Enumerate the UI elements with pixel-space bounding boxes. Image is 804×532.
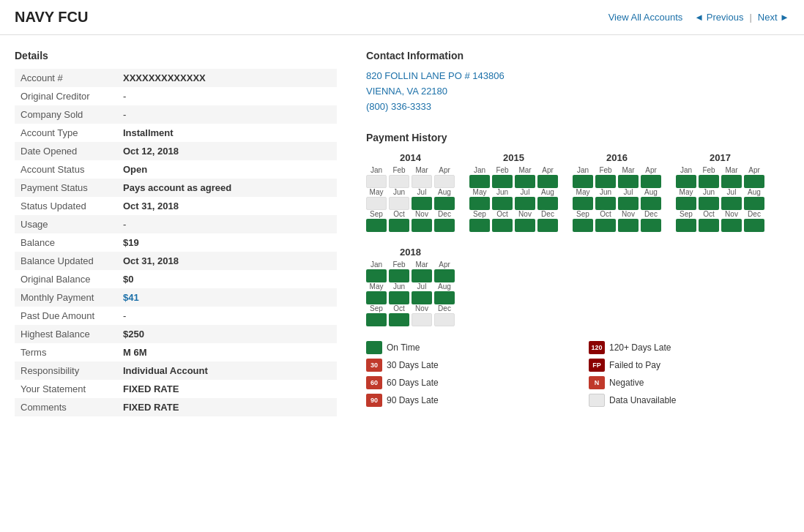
legend-box: 60 — [366, 376, 382, 389]
header-navigation: View All Accounts ◄ Previous | Next ► — [608, 12, 789, 23]
month-label: May — [469, 188, 490, 196]
month-box — [595, 175, 616, 188]
legend-box: N — [589, 376, 605, 389]
month-boxes-row — [469, 197, 558, 210]
month-label: Sep — [366, 210, 387, 218]
detail-value: FIXED RATE — [117, 380, 337, 398]
month-boxes-row — [366, 269, 455, 282]
right-panel: Contact Information 820 FOLLIN LANE PO #… — [366, 50, 789, 416]
legend-item: 6060 Days Late — [366, 376, 567, 389]
month-label: Apr — [744, 166, 764, 174]
detail-value: Open — [117, 160, 337, 179]
month-box — [366, 197, 387, 210]
detail-label: Responsibility — [15, 361, 117, 380]
legend-label: 30 Days Late — [387, 360, 439, 370]
detail-label: Usage — [15, 215, 117, 233]
month-label: May — [573, 188, 593, 196]
month-label: Mar — [515, 166, 535, 174]
year-block: 2016JanFebMarAprMayJunJulAugSepOctNovDec — [573, 152, 661, 232]
month-label: Nov — [412, 304, 432, 312]
month-box — [412, 219, 432, 232]
month-label-row: JanFebMarApr — [469, 166, 558, 174]
month-label-row: SepOctNovDec — [469, 210, 558, 218]
month-label: Jan — [366, 166, 387, 174]
legend-box: 30 — [366, 359, 382, 372]
month-label: Jul — [515, 188, 535, 196]
month-label: Jul — [412, 188, 432, 196]
month-label-row: JanFebMarApr — [366, 261, 455, 269]
detail-label: Original Balance — [15, 270, 117, 288]
month-label: Apr — [641, 166, 661, 174]
detail-value: M 6M — [117, 343, 337, 361]
month-boxes-row — [573, 175, 661, 188]
month-box — [515, 219, 535, 232]
month-label: Nov — [618, 210, 639, 218]
month-label: Feb — [389, 166, 409, 174]
detail-value: - — [117, 215, 337, 233]
contact-line2: VIENNA, VA 22180 — [366, 84, 789, 100]
month-box — [641, 175, 661, 188]
legend-label: Failed to Pay — [609, 360, 660, 370]
month-label: Feb — [595, 166, 616, 174]
month-label: Jan — [676, 166, 696, 174]
month-label: Aug — [641, 188, 661, 196]
month-label: Jun — [699, 188, 719, 196]
month-box — [389, 291, 409, 304]
month-label: May — [676, 188, 696, 196]
month-label-row: SepOctNovDec — [366, 210, 455, 218]
month-label: Jan — [469, 166, 490, 174]
month-box — [618, 219, 639, 232]
month-label: Dec — [641, 210, 661, 218]
view-all-accounts-link[interactable]: View All Accounts — [608, 12, 683, 23]
month-box — [469, 175, 490, 188]
month-label-row: MayJunJulAug — [366, 188, 455, 196]
details-row: Highest Balance$250 — [15, 325, 337, 343]
detail-value: Pays account as agreed — [117, 179, 337, 197]
left-panel: Details Account #XXXXXXXXXXXXXOriginal C… — [15, 50, 337, 416]
contact-section-title: Contact Information — [366, 50, 789, 61]
month-label: Dec — [434, 304, 455, 312]
month-label: Jun — [492, 188, 513, 196]
main-content: Details Account #XXXXXXXXXXXXXOriginal C… — [0, 35, 804, 431]
previous-link[interactable]: ◄ Previous — [694, 12, 743, 23]
month-box — [389, 219, 409, 232]
month-boxes-row — [366, 197, 455, 210]
details-table: Account #XXXXXXXXXXXXXOriginal Creditor-… — [15, 69, 337, 416]
year-label: 2015 — [469, 152, 558, 163]
payment-history-section: Payment History 2014JanFebMarAprMayJunJu… — [366, 132, 789, 407]
month-label-row: JanFebMarApr — [573, 166, 661, 174]
detail-value: $0 — [117, 270, 337, 288]
month-box — [366, 313, 387, 326]
month-label: Sep — [573, 210, 593, 218]
details-row: Date OpenedOct 12, 2018 — [15, 142, 337, 160]
month-label: Jan — [573, 166, 593, 174]
month-box — [676, 219, 696, 232]
month-label-row: JanFebMarApr — [366, 166, 455, 174]
details-row: Your StatementFIXED RATE — [15, 380, 337, 398]
month-box — [366, 219, 387, 232]
month-box — [492, 197, 513, 210]
month-boxes-row — [366, 219, 455, 232]
month-boxes-row — [573, 219, 661, 232]
month-box — [366, 175, 387, 188]
month-boxes-row — [676, 175, 764, 188]
month-box — [721, 175, 742, 188]
month-label: Mar — [412, 166, 432, 174]
legend-box — [589, 394, 605, 407]
month-box — [573, 219, 593, 232]
legend-label: 90 Days Late — [387, 395, 439, 405]
month-label: Sep — [469, 210, 490, 218]
detail-label: Status Updated — [15, 197, 117, 215]
month-boxes-row — [676, 219, 764, 232]
page-header: NAVY FCU View All Accounts ◄ Previous | … — [0, 0, 804, 35]
month-box — [618, 197, 639, 210]
details-row: Original Creditor- — [15, 87, 337, 105]
month-box — [515, 175, 535, 188]
month-label: Jul — [412, 282, 432, 291]
details-row: Past Due Amount- — [15, 307, 337, 325]
detail-value: Individual Account — [117, 361, 337, 380]
legend-box: 120 — [589, 341, 605, 354]
legend-label: On Time — [387, 342, 420, 353]
next-link[interactable]: Next ► — [758, 12, 789, 23]
month-box — [699, 175, 719, 188]
